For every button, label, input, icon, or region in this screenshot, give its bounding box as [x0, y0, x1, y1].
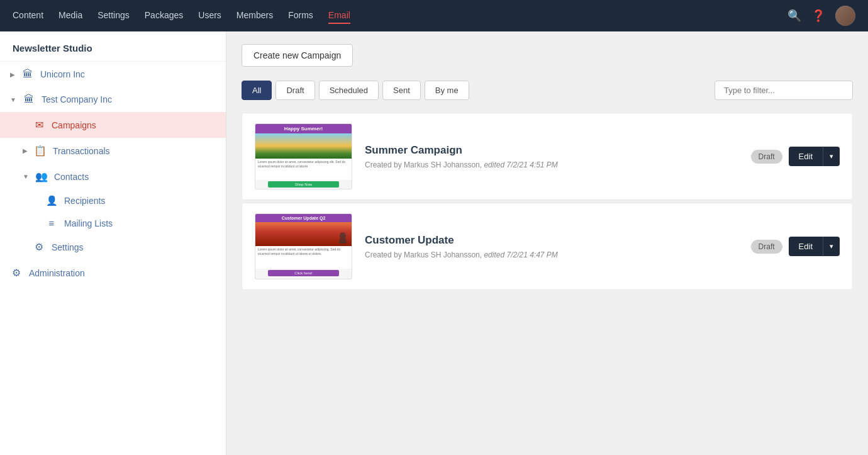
- chevron-right-icon: ▶: [23, 147, 28, 154]
- sidebar-item-unicorn-inc[interactable]: ▶ 🏛 Unicorn Inc: [0, 62, 226, 87]
- campaign-thumbnail-customer: Customer Update Q2 Lorem ipsum dolor sit…: [255, 213, 352, 279]
- edit-dropdown-customer[interactable]: ▾: [823, 237, 840, 256]
- campaign-actions-customer: Draft Edit ▾: [751, 237, 840, 256]
- thumb-image-summer: [255, 133, 352, 159]
- chevron-down-icon: ▼: [10, 96, 16, 103]
- send-icon: ✉: [33, 119, 45, 131]
- nav-item-content[interactable]: Content: [13, 8, 43, 24]
- campaign-title-summer: Summer Campaign: [365, 144, 751, 157]
- nav-item-settings[interactable]: Settings: [97, 8, 130, 24]
- sidebar-title: Newsletter Studio: [0, 31, 226, 62]
- edit-button-group-customer: Edit ▾: [789, 237, 840, 256]
- document-icon: 📋: [34, 145, 47, 157]
- sidebar-item-test-company[interactable]: ▼ 🏛 Test Company Inc: [0, 87, 226, 112]
- filter-byme-button[interactable]: By me: [425, 81, 469, 100]
- filter-sent-button[interactable]: Sent: [382, 81, 421, 100]
- chevron-right-icon: ▶: [10, 71, 15, 78]
- nav-item-email[interactable]: Email: [328, 8, 350, 24]
- sidebar-item-label: Transactionals: [53, 146, 110, 156]
- person-icon: 👤: [45, 195, 58, 206]
- campaign-card-customer: Customer Update Q2 Lorem ipsum dolor sit…: [242, 203, 853, 290]
- campaign-info-customer: Customer Update Created by Markus SH Joh…: [365, 234, 751, 259]
- building-icon: 🏛: [21, 69, 34, 80]
- filter-bar: All Draft Scheduled Sent By me: [242, 81, 853, 100]
- sidebar-item-label: Test Company Inc: [42, 94, 112, 104]
- campaign-thumbnail-summer: Happy Summer! Lorem ipsum dolor sit amet…: [255, 123, 352, 189]
- chevron-down-icon: ▼: [23, 173, 29, 180]
- sidebar-item-label: Contacts: [54, 172, 89, 182]
- edit-button-group-summer: Edit ▾: [789, 147, 840, 166]
- status-badge-summer: Draft: [751, 150, 782, 164]
- create-campaign-button[interactable]: Create new Campaign: [242, 44, 353, 67]
- nav-item-packages[interactable]: Packages: [145, 8, 183, 24]
- campaign-actions-summer: Draft Edit ▾: [751, 147, 840, 166]
- contacts-icon: 👥: [35, 171, 48, 183]
- thumb-header-summer: Happy Summer!: [255, 124, 352, 133]
- sidebar-item-label: Campaigns: [52, 120, 96, 130]
- sidebar-item-transactionals[interactable]: ▶ 📋 Transactionals: [0, 138, 226, 164]
- thumb-body-customer: Lorem ipsum dolor sit amet, consectetur …: [255, 246, 352, 269]
- search-icon[interactable]: 🔍: [787, 9, 801, 23]
- sidebar: Newsletter Studio ▶ 🏛 Unicorn Inc ▼ 🏛 Te…: [0, 31, 226, 455]
- sidebar-item-label: Settings: [52, 242, 84, 252]
- sidebar-item-recipients[interactable]: 👤 Recipients: [0, 189, 226, 212]
- help-icon[interactable]: ❓: [811, 9, 825, 23]
- nav-icons: 🔍 ❓: [787, 6, 855, 26]
- top-navigation: Content Media Settings Packages Users Me…: [0, 0, 868, 31]
- thumb-image-customer: [255, 222, 352, 246]
- sidebar-item-label: Administration: [29, 268, 85, 278]
- main-layout: Newsletter Studio ▶ 🏛 Unicorn Inc ▼ 🏛 Te…: [0, 31, 868, 455]
- campaign-card-summer: Happy Summer! Lorem ipsum dolor sit amet…: [242, 113, 853, 200]
- nav-item-forms[interactable]: Forms: [288, 8, 313, 24]
- user-avatar[interactable]: [835, 6, 855, 26]
- edit-dropdown-summer[interactable]: ▾: [823, 147, 840, 166]
- sidebar-item-contacts[interactable]: ▼ 👥 Contacts: [0, 164, 226, 189]
- gear-icon: ⚙: [33, 241, 45, 253]
- campaign-info-summer: Summer Campaign Created by Markus SH Joh…: [365, 144, 751, 169]
- thumb-header-customer: Customer Update Q2: [255, 214, 352, 222]
- list-icon: ≡: [45, 218, 58, 228]
- campaign-meta-customer: Created by Markus SH Johansson, edited 7…: [365, 250, 751, 259]
- sidebar-item-label: Recipients: [64, 196, 105, 206]
- gear-icon: ⚙: [10, 267, 23, 279]
- status-badge-customer: Draft: [751, 240, 782, 254]
- sidebar-item-label: Mailing Lists: [64, 218, 113, 228]
- nav-item-media[interactable]: Media: [58, 8, 82, 24]
- nav-item-members[interactable]: Members: [236, 8, 273, 24]
- svg-point-0: [340, 232, 346, 240]
- filter-scheduled-button[interactable]: Scheduled: [319, 81, 379, 100]
- nav-items: Content Media Settings Packages Users Me…: [13, 8, 787, 24]
- thumb-cta-summer: Shop Now: [268, 181, 339, 188]
- filter-all-button[interactable]: All: [242, 81, 272, 100]
- sidebar-item-mailing-lists[interactable]: ≡ Mailing Lists: [0, 212, 226, 234]
- filter-input[interactable]: [715, 81, 853, 100]
- sidebar-item-settings[interactable]: ⚙ Settings: [0, 234, 226, 260]
- building-icon: 🏛: [23, 94, 35, 105]
- thumb-body-summer: Lorem ipsum dolor sit amet, consectetur …: [255, 159, 352, 180]
- nav-item-users[interactable]: Users: [198, 8, 221, 24]
- sidebar-item-campaigns[interactable]: ✉ Campaigns: [0, 112, 226, 138]
- edit-button-summer[interactable]: Edit: [789, 147, 823, 166]
- sidebar-item-label: Unicorn Inc: [40, 69, 85, 79]
- thumb-cta-customer: Click here!: [268, 270, 339, 276]
- edit-button-customer[interactable]: Edit: [789, 237, 823, 256]
- main-content: Create new Campaign All Draft Scheduled …: [226, 31, 868, 455]
- campaign-meta-summer: Created by Markus SH Johansson, edited 7…: [365, 160, 751, 169]
- filter-draft-button[interactable]: Draft: [275, 81, 314, 100]
- sidebar-item-administration[interactable]: ⚙ Administration: [0, 260, 226, 286]
- campaign-title-customer: Customer Update: [365, 234, 751, 247]
- svg-rect-1: [339, 239, 347, 244]
